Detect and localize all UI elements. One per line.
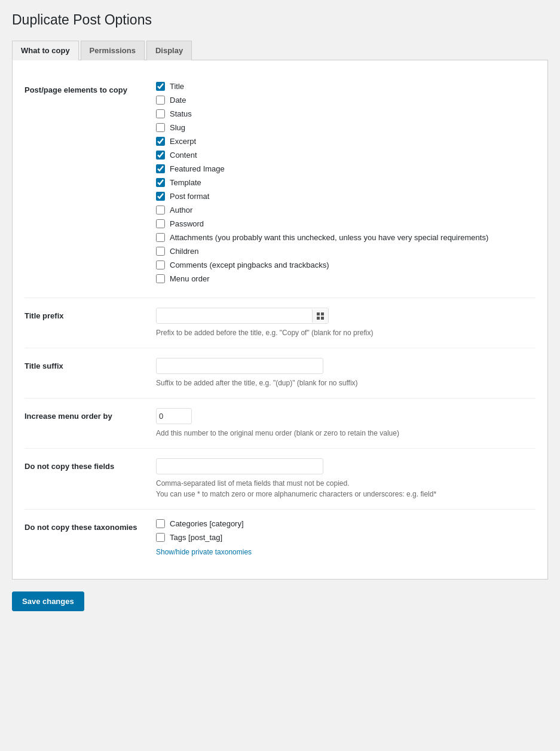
svg-rect-3 [321,317,324,320]
checkbox-status: Status [156,109,535,118]
checkbox-content-input[interactable] [156,151,165,160]
show-hide-taxonomies: Show/hide private taxonomies [156,547,535,557]
checkbox-author: Author [156,206,535,214]
menu-order-by-content: Add this number to the original menu ord… [156,408,535,439]
checkbox-comments: Comments (except pingbacks and trackback… [156,260,535,269]
menu-order-by-description: Add this number to the original menu ord… [156,428,535,439]
svg-rect-1 [321,312,324,315]
checkbox-slug: Slug [156,123,535,132]
svg-rect-2 [317,317,320,320]
checkbox-children-label[interactable]: Children [170,247,198,256]
checkbox-password-label[interactable]: Password [170,219,204,228]
grid-icon [317,312,324,320]
do-not-copy-fields-row: Do not copy these fields Comma-separated… [25,449,535,510]
checkbox-featured-image: Featured Image [156,164,535,173]
checkbox-title-label[interactable]: Title [170,82,184,91]
title-prefix-icon-button[interactable] [312,309,328,323]
checkbox-template-input[interactable] [156,178,165,187]
checkbox-post-format: Post format [156,192,535,201]
checkbox-attachments-input[interactable] [156,233,165,242]
do-not-copy-fields-input[interactable] [156,458,323,474]
checkbox-comments-label[interactable]: Comments (except pingbacks and trackback… [170,260,329,269]
checkbox-featured-image-label[interactable]: Featured Image [170,164,225,173]
checkbox-menu-order-input[interactable] [156,274,165,283]
do-not-copy-fields-label: Do not copy these fields [25,458,156,473]
title-suffix-content: Suffix to be added after the title, e.g.… [156,358,535,388]
title-prefix-input-wrap [156,308,329,324]
checkbox-tags: Tags [post_tag] [156,533,535,542]
do-not-copy-taxonomies-label: Do not copy these taxonomies [25,519,156,534]
do-not-copy-fields-description: Comma-separated list of meta fields that… [156,478,535,499]
title-suffix-row: Title suffix Suffix to be added after th… [25,348,535,399]
checkbox-author-label[interactable]: Author [170,206,192,214]
checkbox-categories: Categories [category] [156,519,535,528]
title-suffix-label: Title suffix [25,358,156,372]
checkbox-template: Template [156,178,535,187]
checkbox-title-input[interactable] [156,82,165,91]
checkbox-excerpt-label[interactable]: Excerpt [170,137,196,146]
checkbox-categories-input[interactable] [156,519,165,528]
checkbox-post-format-label[interactable]: Post format [170,192,209,201]
checkbox-menu-order-label[interactable]: Menu order [170,274,209,283]
checkbox-date: Date [156,96,535,105]
title-prefix-description: Prefix to be added before the title, e.g… [156,327,535,338]
save-changes-button[interactable]: Save changes [12,591,84,611]
checkbox-template-label[interactable]: Template [170,178,201,187]
checkbox-tags-label[interactable]: Tags [post_tag] [170,533,222,542]
checkbox-password: Password [156,219,535,228]
checkbox-excerpt: Excerpt [156,137,535,146]
checkbox-menu-order: Menu order [156,274,535,283]
checkbox-content-label[interactable]: Content [170,151,197,160]
menu-order-by-row: Increase menu order by Add this number t… [25,399,535,449]
title-prefix-row: Title prefix Prefix to be added before t… [25,298,535,348]
form-table: Post/page elements to copy Title Date St… [12,60,548,580]
checkbox-date-input[interactable] [156,96,165,105]
menu-order-by-label: Increase menu order by [25,408,156,422]
title-suffix-input[interactable] [156,358,323,374]
checkbox-categories-label[interactable]: Categories [category] [170,519,244,528]
checkbox-slug-label[interactable]: Slug [170,123,185,132]
checkbox-children: Children [156,247,535,256]
tab-permissions[interactable]: Permissions [81,41,145,60]
checkbox-author-input[interactable] [156,206,165,214]
tab-navigation: What to copy Permissions Display [12,40,548,60]
checkbox-slug-input[interactable] [156,123,165,132]
do-not-copy-taxonomies-content: Categories [category] Tags [post_tag] Sh… [156,519,535,557]
post-elements-row: Post/page elements to copy Title Date St… [25,72,535,298]
do-not-copy-taxonomies-row: Do not copy these taxonomies Categories … [25,510,535,567]
page-title: Duplicate Post Options [12,12,548,28]
checkbox-featured-image-input[interactable] [156,164,165,173]
tab-what-to-copy[interactable]: What to copy [12,41,79,60]
checkbox-title: Title [156,82,535,91]
show-hide-taxonomies-link[interactable]: Show/hide private taxonomies [156,548,252,556]
post-elements-content: Title Date Status Slug Excerpt [156,82,535,288]
checkbox-attachments: Attachments (you probably want this unch… [156,233,535,242]
checkbox-status-input[interactable] [156,109,165,118]
checkbox-password-input[interactable] [156,219,165,228]
post-elements-label: Post/page elements to copy [25,82,156,96]
title-prefix-input[interactable] [157,308,312,323]
checkbox-date-label[interactable]: Date [170,96,186,105]
checkbox-comments-input[interactable] [156,260,165,269]
checkbox-status-label[interactable]: Status [170,109,192,118]
menu-order-by-input[interactable] [156,408,192,424]
page-wrap: Duplicate Post Options What to copy Perm… [12,12,548,611]
do-not-copy-fields-content: Comma-separated list of meta fields that… [156,458,535,499]
title-prefix-content: Prefix to be added before the title, e.g… [156,308,535,338]
checkbox-excerpt-input[interactable] [156,137,165,146]
title-suffix-description: Suffix to be added after the title, e.g.… [156,378,535,388]
checkbox-content: Content [156,151,535,160]
title-prefix-label: Title prefix [25,308,156,322]
svg-rect-0 [317,312,320,315]
checkbox-attachments-label[interactable]: Attachments (you probably want this unch… [170,233,488,242]
tab-display[interactable]: Display [146,41,192,60]
checkbox-tags-input[interactable] [156,533,165,542]
checkbox-post-format-input[interactable] [156,192,165,201]
checkbox-children-input[interactable] [156,247,165,256]
